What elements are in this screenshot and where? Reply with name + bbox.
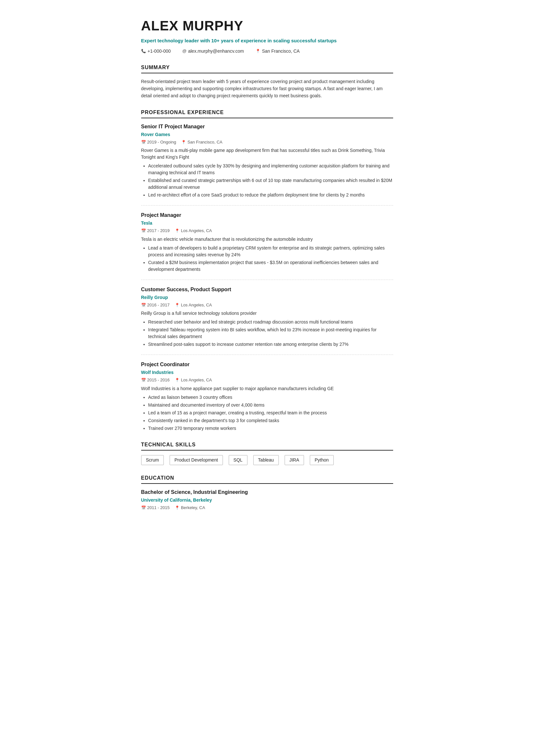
skill-jira: JIRA: [285, 455, 304, 465]
bullet-item: Lead a team of developers to build a pro…: [148, 245, 393, 258]
pin-icon: [175, 302, 180, 308]
bullet-item: Established and curated strategic partne…: [148, 177, 393, 191]
location-item: San Francisco, CA: [256, 48, 300, 55]
phone-number: +1-000-000: [148, 48, 171, 55]
job-3-meta: 2016 - 2017 Los Angeles, CA: [141, 302, 393, 308]
calendar-icon: [141, 139, 146, 146]
summary-text: Result-orientated project team leader wi…: [141, 78, 393, 99]
candidate-name: ALEX MURPHY: [141, 15, 393, 36]
job-2: Project Manager Tesla 2017 - 2019 Los An…: [141, 211, 393, 280]
job-4-company: Wolf Industries: [141, 369, 393, 376]
bullet-item: Led a team of 15 as a project manager, c…: [148, 410, 393, 416]
bullet-item: Trained over 270 temporary remote worker…: [148, 425, 393, 432]
job-3-description: Reilly Group is a full service technolog…: [141, 310, 393, 317]
contact-info: +1-000-000 alex.murphy@enhancv.com San F…: [141, 48, 393, 55]
pin-icon: [175, 504, 180, 511]
edu-location: Berkeley, CA: [175, 504, 205, 511]
job-1-title: Senior IT Project Manager: [141, 123, 393, 131]
job-3-title: Customer Success, Product Support: [141, 286, 393, 293]
job-3-bullets: Researched user behavior and led strateg…: [141, 319, 393, 348]
job-4-meta: 2015 - 2016 Los Angeles, CA: [141, 377, 393, 383]
experience-section: PROFESSIONAL EXPERIENCE Senior IT Projec…: [141, 109, 393, 432]
edu-dates: 2011 - 2015: [141, 504, 169, 511]
edu-school: University of California, Berkeley: [141, 497, 393, 503]
skills-list: Scrum Product Development SQL Tableau JI…: [141, 455, 393, 465]
job-1-description: Rover Games is a multi-play mobile game …: [141, 147, 393, 161]
job-4-dates: 2015 - 2016: [141, 377, 169, 383]
skill-sql: SQL: [229, 455, 247, 465]
edu-dates-text: 2011 - 2015: [147, 504, 169, 511]
job-3-company: Reilly Group: [141, 294, 393, 301]
skill-product-development: Product Development: [169, 455, 223, 465]
summary-title: SUMMARY: [141, 64, 393, 73]
calendar-icon: [141, 302, 146, 308]
job-3-dates: 2016 - 2017: [141, 302, 169, 308]
job-2-bullets: Lead a team of developers to build a pro…: [141, 245, 393, 273]
job-1-meta: 2019 - Ongoing San Francisco, CA: [141, 139, 393, 146]
experience-title: PROFESSIONAL EXPERIENCE: [141, 109, 393, 118]
pin-icon: [175, 228, 180, 234]
education-title: EDUCATION: [141, 474, 393, 484]
job-1-company: Rover Games: [141, 131, 393, 138]
location-text: San Francisco, CA: [262, 48, 300, 55]
phone-item: +1-000-000: [141, 48, 171, 55]
job-1: Senior IT Project Manager Rover Games 20…: [141, 123, 393, 206]
resume-container: ALEX MURPHY Expert technology leader wit…: [122, 0, 413, 539]
job-3: Customer Success, Product Support Reilly…: [141, 286, 393, 355]
bullet-item: Acted as liaison between 3 country offic…: [148, 394, 393, 401]
skill-tableau: Tableau: [253, 455, 279, 465]
education-section: EDUCATION Bachelor of Science, Industria…: [141, 474, 393, 511]
bullet-item: Researched user behavior and led strateg…: [148, 319, 393, 325]
header-section: ALEX MURPHY Expert technology leader wit…: [141, 15, 393, 55]
job-2-description: Tesla is an electric vehicle manufacture…: [141, 236, 393, 243]
bullet-item: Curated a $2M business implementation pr…: [148, 259, 393, 273]
job-3-location: Los Angeles, CA: [175, 302, 212, 308]
job-2-company: Tesla: [141, 220, 393, 227]
job-2-dates: 2017 - 2019: [141, 228, 169, 234]
skill-scrum: Scrum: [141, 455, 164, 465]
job-4-title: Project Coordinator: [141, 361, 393, 368]
edu-location-text: Berkeley, CA: [181, 504, 205, 511]
email-item: alex.murphy@enhancv.com: [183, 48, 244, 55]
location-icon: [256, 48, 260, 54]
bullet-item: Streamlined post-sales support to increa…: [148, 341, 393, 348]
bullet-item: Maintained and documented inventory of o…: [148, 402, 393, 409]
email-address: alex.murphy@enhancv.com: [188, 48, 244, 55]
pin-icon: [181, 139, 186, 146]
email-icon: [183, 48, 187, 54]
job-2-location: Los Angeles, CA: [175, 228, 212, 234]
job-4-location: Los Angeles, CA: [175, 377, 212, 383]
job-2-meta: 2017 - 2019 Los Angeles, CA: [141, 228, 393, 234]
bullet-item: Consistently ranked in the department's …: [148, 417, 393, 424]
skill-python: Python: [310, 455, 334, 465]
phone-icon: [141, 48, 146, 54]
calendar-icon: [141, 377, 146, 383]
job-4-description: Wolf Industries is a home appliance part…: [141, 385, 393, 392]
summary-section: SUMMARY Result-orientated project team l…: [141, 64, 393, 99]
pin-icon: [175, 377, 180, 383]
job-4: Project Coordinator Wolf Industries 2015…: [141, 361, 393, 432]
job-4-bullets: Acted as liaison between 3 country offic…: [141, 394, 393, 432]
candidate-subtitle: Expert technology leader with 10+ years …: [141, 37, 393, 44]
job-1-bullets: Accelerated outbound sales cycle by 330%…: [141, 163, 393, 199]
skills-title: TECHNICAL SKILLS: [141, 441, 393, 450]
bullet-item: Led re-architect effort of a core SaaS p…: [148, 192, 393, 199]
job-1-dates: 2019 - Ongoing: [141, 139, 176, 146]
calendar-icon: [141, 504, 146, 511]
calendar-icon: [141, 228, 146, 234]
bullet-item: Accelerated outbound sales cycle by 330%…: [148, 163, 393, 176]
edu-degree: Bachelor of Science, Industrial Engineer…: [141, 488, 393, 496]
job-2-title: Project Manager: [141, 211, 393, 219]
skills-section: TECHNICAL SKILLS Scrum Product Developme…: [141, 441, 393, 465]
job-1-location: San Francisco, CA: [181, 139, 222, 146]
edu-meta: 2011 - 2015 Berkeley, CA: [141, 504, 393, 511]
bullet-item: Integrated Tableau reporting system into…: [148, 326, 393, 340]
